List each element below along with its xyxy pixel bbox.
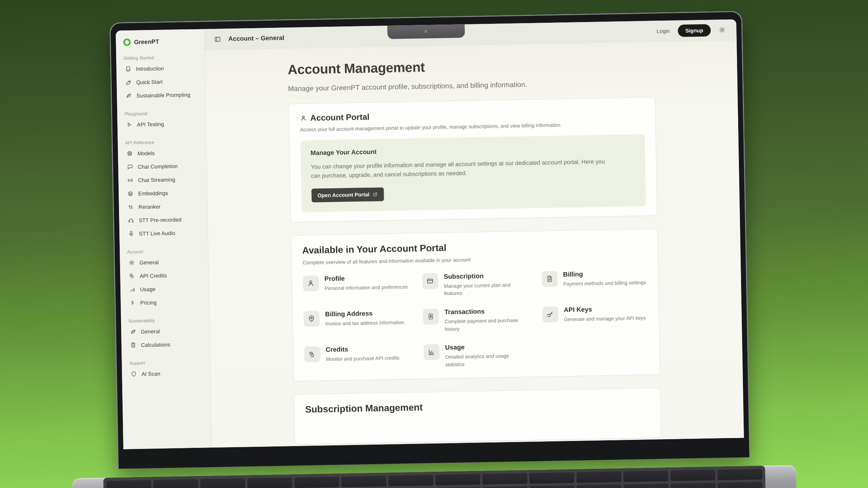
keyboard-key bbox=[435, 487, 481, 488]
signup-button[interactable]: Signup bbox=[678, 24, 711, 37]
keyboard-key bbox=[482, 486, 528, 488]
book-icon bbox=[125, 66, 131, 72]
feature-title: Credits bbox=[326, 345, 400, 354]
portal-card-title: Account Portal bbox=[310, 112, 370, 123]
open-account-portal-label: Open Account Portal bbox=[318, 192, 370, 198]
key-icon bbox=[546, 311, 554, 318]
chat-icon bbox=[127, 164, 133, 170]
feature-icon-tile bbox=[303, 311, 320, 327]
sidebar-section-label: API Reference bbox=[125, 139, 200, 146]
page-title-breadcrumb: Account – General bbox=[228, 34, 284, 43]
sidebar-item-label: AI Scan bbox=[141, 371, 160, 377]
layers-icon bbox=[127, 191, 133, 197]
sidebar-item-ai-scan[interactable]: AI Scan bbox=[129, 366, 204, 381]
sidebar-item-label: API Testing bbox=[137, 121, 164, 127]
sun-icon[interactable] bbox=[719, 26, 726, 33]
sidebar-item-label: Pricing bbox=[140, 299, 157, 305]
sidebar-section: Getting StartedIntroductionQuick StartSu… bbox=[123, 55, 199, 103]
sidebar-item-usage[interactable]: Usage bbox=[128, 282, 203, 296]
feature-description: Payment methods and billing settings bbox=[563, 279, 646, 288]
person-icon bbox=[300, 115, 307, 121]
doc-icon bbox=[546, 275, 553, 283]
brand-logo[interactable]: GreenPT bbox=[123, 36, 197, 47]
sidebar-section-label: Account bbox=[127, 248, 201, 255]
sidebar-item-label: Reranker bbox=[139, 204, 161, 210]
laptop-mockup: GreenPT Getting StartedIntroductionQuick… bbox=[110, 11, 752, 488]
sidebar-item-quick-start[interactable]: Quick Start bbox=[124, 74, 199, 89]
mic-icon bbox=[128, 231, 134, 237]
laptop-keyboard bbox=[103, 466, 766, 488]
dollar-icon: $ bbox=[129, 300, 136, 306]
portal-card-description: Access your full account management port… bbox=[300, 121, 644, 132]
feature-item-usage: UsageDetailed analytics and usage statis… bbox=[423, 342, 529, 369]
play-icon bbox=[126, 121, 132, 128]
login-link[interactable]: Login bbox=[656, 28, 670, 34]
sidebar-item-reranker[interactable]: Reranker bbox=[126, 199, 201, 214]
features-card: Available in Your Account Portal Complet… bbox=[291, 228, 660, 381]
sidebar-section: SupportAI Scan bbox=[129, 360, 204, 381]
feature-description: Complete payment and purchase history bbox=[444, 317, 529, 333]
gear-icon bbox=[129, 260, 135, 266]
keyboard-key bbox=[576, 471, 622, 483]
keyboard-key bbox=[341, 475, 387, 487]
feature-description: Detailed analytics and usage statistics bbox=[445, 352, 529, 369]
sidebar-item-stt-live-audio[interactable]: STT Live Audio bbox=[127, 226, 201, 241]
sidebar-item-label: Embeddings bbox=[138, 190, 168, 197]
feature-item-subscription: SubscriptionManage your current plan and… bbox=[422, 271, 528, 298]
sidebar-item-general[interactable]: General bbox=[128, 324, 203, 339]
sidebar-item-stt-pre-recorded[interactable]: STT Pre-recorded bbox=[126, 213, 201, 227]
broadcast-icon bbox=[127, 177, 133, 183]
sidebar-item-label: Chat Streaming bbox=[138, 176, 175, 183]
bars-icon bbox=[129, 286, 135, 292]
keyboard-key bbox=[624, 483, 669, 488]
sidebar-item-pricing[interactable]: $Pricing bbox=[128, 295, 203, 310]
leaf-icon bbox=[130, 329, 136, 335]
feature-item-credits: CreditsMonitor and purchase API credits bbox=[304, 344, 410, 371]
keyboard-key bbox=[576, 484, 622, 488]
sidebar-item-sustainable-prompting[interactable]: Sustainable Prompting bbox=[124, 88, 199, 103]
sidebar-toggle-icon[interactable] bbox=[214, 35, 221, 43]
features-card-title: Available in Your Account Portal bbox=[302, 239, 646, 256]
sidebar-item-calculations[interactable]: Calculations bbox=[129, 337, 204, 352]
sidebar-item-introduction[interactable]: Introduction bbox=[124, 61, 199, 76]
keyboard-key bbox=[388, 475, 434, 486]
feature-item-billing: BillingPayment methods and billing setti… bbox=[541, 269, 647, 296]
feature-title: Transactions bbox=[444, 307, 528, 316]
keyboard-key bbox=[718, 481, 763, 488]
sidebar-item-api-credits[interactable]: API Credits bbox=[127, 268, 202, 283]
subscription-management-title: Subscription Management bbox=[305, 398, 649, 415]
feature-title: Billing bbox=[563, 269, 646, 278]
sidebar-item-label: Quick Start bbox=[136, 79, 162, 85]
main-content: Account Management Manage your GreenPT a… bbox=[205, 40, 744, 448]
keyboard-key bbox=[624, 470, 669, 482]
sidebar-item-chat-completion[interactable]: Chat Completion bbox=[125, 159, 200, 174]
sidebar-section: API ReferenceModelsChat CompletionChat S… bbox=[125, 139, 201, 241]
sort-icon bbox=[128, 204, 134, 210]
sidebar-item-label: Chat Completion bbox=[138, 163, 178, 170]
sidebar-item-models[interactable]: Models bbox=[125, 146, 200, 160]
rocket-icon bbox=[125, 79, 131, 85]
chart-icon bbox=[427, 348, 435, 356]
sidebar-item-label: Calculations bbox=[141, 342, 170, 348]
page-subheading: Manage your GreenPT account profile, sub… bbox=[288, 78, 655, 93]
feature-description: Personal information and preferences bbox=[324, 283, 408, 292]
sidebar-item-embeddings[interactable]: Embeddings bbox=[126, 186, 201, 201]
coins-icon bbox=[308, 351, 316, 358]
calculator-icon bbox=[130, 342, 136, 348]
feature-icon-tile bbox=[423, 344, 439, 360]
sidebar-item-chat-streaming[interactable]: Chat Streaming bbox=[125, 172, 200, 187]
sidebar: GreenPT Getting StartedIntroductionQuick… bbox=[116, 29, 212, 449]
keyboard-key bbox=[670, 470, 715, 481]
keyboard-key bbox=[717, 468, 762, 480]
keyboard-key bbox=[106, 480, 152, 488]
subscription-management-card: Subscription Management bbox=[294, 388, 661, 445]
sidebar-item-label: General bbox=[141, 328, 160, 334]
feature-item-billing-address: Billing AddressInvoice and tax address i… bbox=[303, 309, 409, 336]
feature-title: Billing Address bbox=[325, 309, 404, 318]
sidebar-item-general[interactable]: General bbox=[127, 255, 202, 270]
sidebar-item-api-testing[interactable]: API Testing bbox=[124, 117, 199, 132]
keyboard-key bbox=[529, 472, 575, 484]
open-account-portal-button[interactable]: Open Account Portal bbox=[311, 187, 384, 202]
webcam-icon bbox=[424, 30, 428, 34]
sidebar-item-label: Usage bbox=[140, 286, 156, 292]
